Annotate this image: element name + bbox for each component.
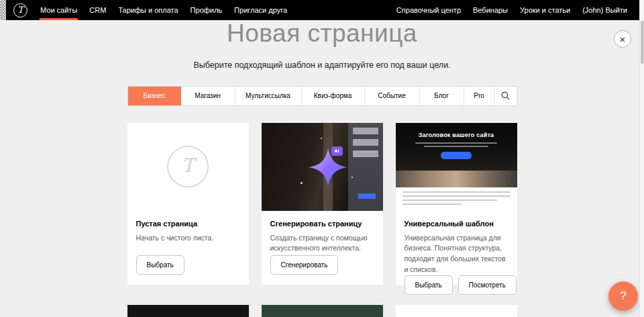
card-actions: Выбрать: [136, 255, 240, 275]
question-mark-icon: ?: [620, 289, 626, 303]
template-category-tabs: Бизнес Магазин Мультиссылка Квиз-форма С…: [127, 86, 517, 106]
nav-help-center[interactable]: Справочный центр: [390, 0, 467, 20]
card-actions: Сгенерировать: [270, 255, 374, 275]
sparkle-dot: [352, 177, 353, 178]
ai-badge: AI: [331, 146, 343, 156]
template-card: [127, 305, 249, 317]
tab-shop[interactable]: Магазин: [181, 87, 235, 105]
nav-tariffs[interactable]: Тарифы и оплата: [112, 0, 184, 20]
preview-text-line: [402, 203, 462, 205]
choose-universal-button[interactable]: Выбрать: [405, 275, 453, 295]
help-button[interactable]: ?: [608, 281, 638, 311]
tilda-logo[interactable]: T: [13, 3, 28, 17]
card-title: Универсальный шаблон: [405, 220, 508, 228]
preview-blue-button: [441, 152, 472, 159]
template-cards-row-2: [127, 305, 517, 317]
card-description: Универсальная страница для бизнеса. Поня…: [405, 233, 508, 275]
card-description: Создать страницу с помощью искусственног…: [270, 233, 374, 255]
thumbnail-block: [353, 139, 378, 146]
nav-my-sites[interactable]: Мои сайты: [34, 0, 83, 20]
search-icon: [501, 91, 510, 100]
tab-search[interactable]: [495, 87, 517, 105]
tab-business[interactable]: Бизнес: [128, 87, 181, 105]
page-title: Новая страница: [0, 20, 644, 48]
close-button[interactable]: ×: [614, 30, 631, 48]
template-preview[interactable]: [396, 305, 517, 317]
template-preview[interactable]: [262, 305, 383, 317]
card-title: Пустая страница: [136, 220, 240, 228]
tilda-mark-circle: T: [167, 146, 209, 187]
nav-logout[interactable]: (John) Выйти: [576, 0, 633, 20]
nav-crm[interactable]: CRM: [83, 0, 112, 20]
template-preview[interactable]: [127, 305, 249, 317]
tab-pro[interactable]: Pro: [464, 87, 495, 105]
page-subtitle: Выберите подходящий шаблон и адаптируйте…: [0, 60, 644, 70]
card-body: Универсальный шаблон Универсальная стран…: [396, 211, 517, 305]
scrollbar-thumb[interactable]: [641, 21, 644, 64]
nav-invite-friend[interactable]: Пригласи друга: [228, 0, 293, 20]
view-universal-button[interactable]: Посмотреть: [458, 275, 517, 295]
template-card: [262, 305, 383, 317]
template-card-ai: AI Сгенерировать страницу Создать страни…: [262, 123, 383, 285]
preview-photo-strip: [396, 171, 517, 187]
nav-profile[interactable]: Профиль: [184, 0, 229, 20]
universal-template-preview[interactable]: Заголовок вашего сайта: [396, 123, 517, 211]
thumbnail-button-block: [358, 193, 376, 199]
preview-body-text: [396, 187, 517, 211]
close-icon: ×: [620, 34, 626, 44]
blank-template-preview[interactable]: T: [127, 123, 249, 211]
card-body: Сгенерировать страницу Создать страницу …: [262, 211, 383, 285]
sparkle-dot: [321, 138, 322, 139]
tab-multilink[interactable]: Мультиссылка: [235, 87, 302, 105]
template-card-blank: T Пустая страница Начать с чистого листа…: [127, 123, 249, 285]
new-page-modal: × Новая страница Выберите подходящий шаб…: [0, 20, 644, 317]
card-body: Пустая страница Начать с чистого листа. …: [127, 211, 249, 285]
card-actions: Выбрать Посмотреть: [405, 275, 508, 295]
template-card: [396, 305, 517, 317]
tab-event[interactable]: Событие: [365, 87, 420, 105]
choose-blank-button[interactable]: Выбрать: [136, 255, 184, 275]
scrollbar[interactable]: [639, 0, 644, 317]
preview-text-line: [415, 142, 497, 144]
preview-text-line: [402, 195, 511, 197]
preview-hero-section: Заголовок вашего сайта: [396, 123, 517, 171]
nav-webinars[interactable]: Вебинары: [467, 0, 514, 20]
preview-text-line: [402, 199, 498, 201]
window-edge-texture: [0, 0, 6, 20]
preview-site-heading: Заголовок вашего сайта: [419, 132, 494, 138]
topbar: T Мои сайты CRM Тарифы и оплата Профиль …: [0, 0, 644, 20]
template-card-universal: Заголовок вашего сайта Универсальный шаб…: [396, 123, 517, 285]
tilda-mark-letter: T: [182, 156, 195, 175]
topbar-nav-left: Мои сайты CRM Тарифы и оплата Профиль Пр…: [34, 0, 293, 20]
generate-button[interactable]: Сгенерировать: [270, 255, 339, 275]
sparkle-dot: [301, 182, 303, 184]
topbar-nav-right: Справочный центр Вебинары Уроки и статьи…: [390, 0, 633, 20]
preview-text-line: [402, 191, 511, 193]
card-description: Начать с чистого листа.: [136, 233, 240, 244]
tilda-logo-letter: T: [17, 5, 23, 14]
tab-quiz-form[interactable]: Квиз-форма: [302, 87, 365, 105]
tab-blog[interactable]: Блог: [420, 87, 464, 105]
nav-lessons[interactable]: Уроки и статьи: [514, 0, 576, 20]
thumbnail-block: [353, 150, 378, 157]
ai-template-preview[interactable]: AI: [262, 123, 383, 211]
card-title: Сгенерировать страницу: [270, 220, 374, 228]
preview-text-line: [424, 146, 488, 147]
template-cards-row-1: T Пустая страница Начать с чистого листа…: [127, 123, 517, 285]
thumbnail-block: [353, 128, 378, 134]
